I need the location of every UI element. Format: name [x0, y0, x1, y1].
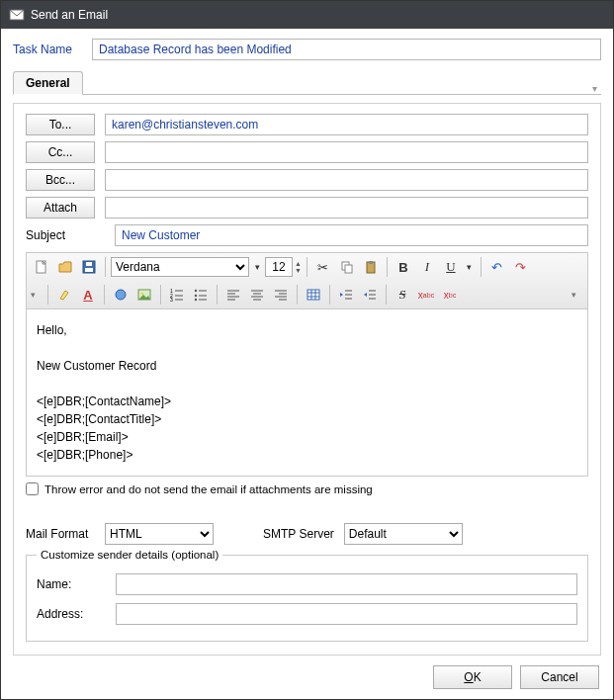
bcc-input[interactable]	[105, 169, 588, 191]
unordered-list-icon[interactable]	[190, 284, 212, 306]
svg-rect-4	[86, 262, 92, 266]
font-size-down[interactable]: ▼	[295, 267, 302, 274]
sender-name-input[interactable]	[116, 573, 577, 595]
to-input[interactable]	[105, 114, 588, 135]
new-doc-icon[interactable]	[31, 256, 52, 278]
smtp-server-select[interactable]: Default	[344, 523, 463, 545]
subject-row: Subject	[26, 224, 588, 246]
separator	[217, 285, 218, 305]
sender-details-legend: Customize sender details (optional)	[37, 549, 222, 561]
undo-icon[interactable]: ↶	[486, 256, 508, 278]
strikethrough-icon[interactable]: S	[392, 284, 413, 306]
tab-general[interactable]: General	[13, 71, 83, 95]
cc-button[interactable]: Cc...	[26, 141, 95, 163]
bcc-button[interactable]: Bcc...	[26, 169, 95, 191]
separator	[481, 257, 482, 277]
general-panel: To... Cc... Bcc... Attach Subject	[13, 103, 601, 656]
mail-format-label: Mail Format	[26, 527, 95, 541]
svg-rect-8	[369, 261, 373, 264]
task-name-input[interactable]	[92, 39, 601, 60]
cc-input[interactable]	[105, 141, 588, 163]
table-icon[interactable]	[303, 284, 324, 306]
font-color-icon[interactable]: A	[77, 284, 99, 306]
superscript-icon[interactable]: xabc	[415, 284, 437, 306]
align-left-icon[interactable]	[222, 284, 244, 306]
align-center-icon[interactable]	[246, 284, 268, 306]
separator	[47, 285, 48, 305]
underline-icon[interactable]: U	[440, 256, 462, 278]
image-icon[interactable]	[133, 284, 155, 306]
open-icon[interactable]	[54, 256, 76, 278]
attach-row: Attach	[26, 197, 588, 219]
format-smtp-row: Mail Format HTML SMTP Server Default	[26, 523, 588, 545]
window-title: Send an Email	[31, 8, 108, 22]
separator	[329, 285, 330, 305]
underline-dropdown-icon[interactable]: ▾	[464, 256, 476, 278]
sender-name-row: Name:	[37, 573, 577, 595]
outdent-icon[interactable]	[335, 284, 357, 306]
task-name-label: Task Name	[13, 43, 92, 56]
sender-address-input[interactable]	[116, 603, 577, 625]
tab-overflow-icon[interactable]: ▾	[592, 83, 601, 94]
svg-rect-6	[345, 265, 352, 273]
highlight-icon[interactable]	[53, 284, 75, 306]
cc-row: Cc...	[26, 141, 588, 163]
throw-error-row: Throw error and do not send the email if…	[26, 482, 588, 495]
toolbar-overflow-icon[interactable]: ▾	[31, 290, 43, 300]
ordered-list-icon[interactable]: 123	[166, 284, 188, 306]
content-area: Task Name General ▾ To... Cc... Bcc... A…	[1, 29, 613, 656]
mail-format-select[interactable]: HTML	[105, 523, 214, 545]
cut-icon[interactable]: ✂	[312, 256, 334, 278]
ok-button[interactable]: OK	[433, 665, 512, 689]
attach-input[interactable]	[105, 197, 588, 219]
sender-name-label: Name:	[37, 577, 116, 591]
email-icon	[9, 7, 25, 23]
svg-point-20	[195, 295, 197, 297]
send-email-dialog: Send an Email Task Name General ▾ To... …	[0, 0, 614, 700]
svg-rect-36	[307, 290, 319, 300]
indent-icon[interactable]	[359, 284, 381, 306]
dialog-footer: OK Cancel	[1, 656, 613, 699]
cancel-button[interactable]: Cancel	[520, 665, 599, 689]
italic-icon[interactable]: I	[416, 256, 438, 278]
align-right-icon[interactable]	[270, 284, 292, 306]
bcc-row: Bcc...	[26, 169, 588, 191]
paste-icon[interactable]	[360, 256, 382, 278]
separator	[160, 285, 161, 305]
font-family-select[interactable]: Verdana	[111, 257, 249, 277]
separator	[105, 257, 106, 277]
font-dropdown-icon[interactable]: ▾	[251, 256, 263, 278]
email-body-editor[interactable]: Hello, New Customer Record <[e]DBR;[Cont…	[26, 309, 588, 477]
svg-text:3: 3	[170, 297, 173, 302]
svg-point-22	[195, 299, 197, 301]
tab-strip: General ▾	[13, 70, 601, 95]
title-bar[interactable]: Send an Email	[1, 1, 613, 29]
subscript-icon[interactable]: xbc	[439, 284, 461, 306]
link-icon[interactable]	[110, 284, 132, 306]
subject-label: Subject	[26, 228, 95, 242]
separator	[297, 285, 298, 305]
font-size-up[interactable]: ▲	[295, 260, 302, 267]
separator	[386, 285, 387, 305]
smtp-server-label: SMTP Server	[263, 527, 334, 541]
copy-icon[interactable]	[336, 256, 358, 278]
save-icon[interactable]	[78, 256, 100, 278]
svg-rect-3	[85, 268, 93, 272]
subject-input[interactable]	[115, 224, 588, 246]
editor-toolbar: Verdana ▾ ▲ ▼ ✂ B I U ▾ ↶ ↷	[26, 252, 588, 309]
bold-icon[interactable]: B	[393, 256, 414, 278]
redo-icon[interactable]: ↷	[510, 256, 532, 278]
toolbar-overflow-icon[interactable]: ▾	[571, 290, 583, 300]
throw-error-checkbox[interactable]	[26, 482, 39, 495]
to-button[interactable]: To...	[26, 114, 95, 135]
to-row: To...	[26, 114, 588, 135]
separator	[387, 257, 388, 277]
font-size-input[interactable]	[265, 257, 293, 277]
sender-details-group: Customize sender details (optional) Name…	[26, 555, 588, 642]
sender-address-row: Address:	[37, 603, 577, 625]
attach-button[interactable]: Attach	[26, 197, 95, 219]
svg-point-18	[195, 290, 197, 292]
separator	[104, 285, 105, 305]
task-name-row: Task Name	[13, 39, 601, 60]
svg-point-9	[116, 290, 126, 300]
